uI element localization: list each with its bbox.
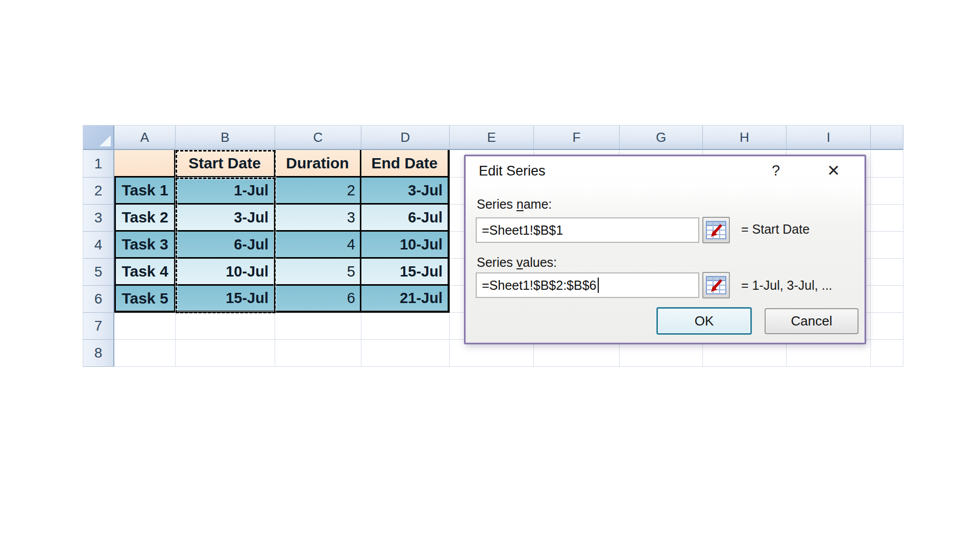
series-values-label: Series values: (477, 255, 557, 270)
cell-D3-end-date[interactable]: 6-Jul (361, 205, 450, 232)
column-header-F[interactable]: F (534, 126, 620, 150)
cell-C4-duration[interactable]: 4 (275, 232, 361, 259)
cell-C5-duration[interactable]: 5 (275, 259, 361, 286)
cell-X2[interactable] (871, 178, 903, 205)
cell-B4-start-date[interactable]: 6-Jul (176, 232, 275, 259)
edit-series-dialog: Edit Series ? ✕ Series name: =Sheet1!$B$… (464, 155, 866, 344)
cell-A2-task[interactable]: Task 1 (114, 178, 176, 205)
cell-B5-start-date[interactable]: 10-Jul (176, 259, 275, 286)
excel-screenshot: ABCDEFGHI 12345678 Start DateDurationEnd… (0, 0, 980, 551)
ok-button[interactable]: OK (656, 307, 752, 335)
row-header-7[interactable]: 7 (83, 313, 114, 340)
cell-X6[interactable] (871, 286, 903, 313)
column-header-D[interactable]: D (361, 126, 450, 150)
cancel-button[interactable]: Cancel (765, 308, 859, 334)
series-values-label-pre: Series (477, 255, 517, 269)
column-header-A[interactable]: A (114, 126, 176, 150)
cell-C8[interactable] (275, 340, 361, 367)
series-values-label-accel: v (517, 255, 523, 269)
close-icon[interactable]: ✕ (827, 161, 840, 180)
cell-C1-duration-header[interactable]: Duration (275, 150, 361, 178)
row-header-2[interactable]: 2 (83, 178, 114, 205)
cell-B1-start-date-header[interactable]: Start Date (176, 150, 275, 178)
row-header-4[interactable]: 4 (83, 232, 114, 259)
cell-D2-end-date[interactable]: 3-Jul (361, 178, 450, 205)
cell-D1-end-date-header[interactable]: End Date (361, 150, 450, 178)
column-header-I[interactable]: I (787, 126, 871, 150)
row-headers: 12345678 (83, 150, 114, 367)
column-header-B[interactable]: B (176, 126, 275, 150)
series-values-range-selector-button[interactable] (702, 272, 730, 298)
cell-B6-start-date[interactable]: 15-Jul (176, 286, 275, 313)
cell-B7[interactable] (176, 313, 275, 340)
series-name-value: =Sheet1!$B$1 (482, 223, 563, 238)
select-all-triangle-icon (100, 135, 111, 146)
text-cursor (598, 278, 599, 293)
cell-D6-end-date[interactable]: 21-Jul (361, 286, 450, 313)
select-all-button[interactable] (83, 126, 114, 150)
cell-X8[interactable] (871, 340, 903, 367)
series-values-input[interactable]: =Sheet1!$B$2:$B$6 (476, 272, 699, 298)
series-values-label-post: alues: (523, 255, 557, 269)
task-data-table: Start DateDurationEnd DateTask 11-Jul23-… (114, 150, 450, 313)
cell-C6-duration[interactable]: 6 (275, 286, 361, 313)
cell-B8[interactable] (176, 340, 275, 367)
cell-A7[interactable] (114, 313, 176, 340)
series-name-label-post: ame: (524, 197, 552, 211)
column-headers: ABCDEFGHI (114, 126, 903, 150)
series-name-label: Series name: (477, 197, 552, 212)
column-header-E[interactable]: E (450, 126, 534, 150)
range-selector-icon (706, 276, 726, 294)
cell-X3[interactable] (871, 205, 903, 232)
row-header-8[interactable]: 8 (83, 340, 114, 367)
cell-A3-task[interactable]: Task 2 (114, 205, 176, 232)
cell-D4-end-date[interactable]: 10-Jul (361, 232, 450, 259)
series-name-preview: = Start Date (741, 222, 810, 237)
cell-A8[interactable] (114, 340, 176, 367)
cell-A5-task[interactable]: Task 4 (114, 259, 176, 286)
range-selector-icon (706, 221, 726, 239)
series-name-label-pre: Series (477, 197, 517, 211)
dialog-title: Edit Series (479, 163, 546, 179)
cell-A4-task[interactable]: Task 3 (114, 232, 176, 259)
series-name-input[interactable]: =Sheet1!$B$1 (476, 217, 699, 243)
row-header-3[interactable]: 3 (83, 205, 114, 232)
row-header-5[interactable]: 5 (83, 259, 114, 286)
cell-B2-start-date[interactable]: 1-Jul (176, 178, 275, 205)
cell-A1[interactable] (114, 150, 176, 178)
help-icon[interactable]: ? (772, 162, 780, 179)
column-header-C[interactable]: C (275, 126, 361, 150)
cell-D7[interactable] (361, 313, 450, 340)
cell-D8[interactable] (361, 340, 450, 367)
cell-C3-duration[interactable]: 3 (275, 205, 361, 232)
series-name-label-accel: n (517, 197, 524, 211)
series-values-preview: = 1-Jul, 3-Jul, ... (741, 278, 832, 293)
column-header-H[interactable]: H (703, 126, 787, 150)
cell-X4[interactable] (871, 232, 903, 259)
cell-X5[interactable] (871, 259, 903, 286)
cell-X7[interactable] (871, 313, 903, 340)
column-header-G[interactable]: G (620, 126, 703, 150)
row-header-1[interactable]: 1 (83, 150, 114, 178)
column-header-partial[interactable] (871, 126, 903, 150)
cell-D5-end-date[interactable]: 15-Jul (361, 259, 450, 286)
cell-C7[interactable] (275, 313, 361, 340)
cell-X1[interactable] (871, 150, 903, 178)
cell-B3-start-date[interactable]: 3-Jul (176, 205, 275, 232)
cell-C2-duration[interactable]: 2 (275, 178, 361, 205)
cell-A6-task[interactable]: Task 5 (114, 286, 176, 313)
series-values-value: =Sheet1!$B$2:$B$6 (482, 278, 597, 293)
series-name-range-selector-button[interactable] (702, 217, 730, 243)
row-header-6[interactable]: 6 (83, 286, 114, 313)
